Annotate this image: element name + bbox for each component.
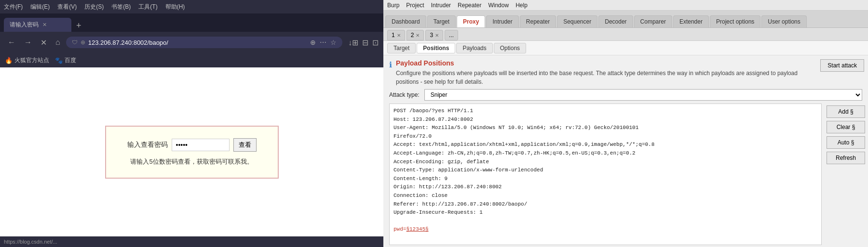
num-tab-1-label: 1 [392,32,395,39]
payload-title: Payload Positions [396,59,820,67]
attack-type-row: Attack type: Sniper Battering ram Pitchf… [383,86,868,104]
request-text[interactable]: POST /baopo/?yes HTTP/1.1 Host: 123.206.… [390,104,821,245]
tab-intruder[interactable]: Intruder [486,15,518,27]
form-label: 输入查看密码 [127,141,168,149]
header-with-btn: ℹ Payload Positions Configure the positi… [383,55,868,86]
back-button[interactable]: ← [5,37,18,48]
num-tab-3[interactable]: 3 ✕ [425,30,443,40]
shield-icon: 🛡 [72,39,78,46]
menu-tools[interactable]: 工具(T) [138,3,157,11]
password-input[interactable] [172,139,230,151]
browser-content: 输入查看密码 查看 请输入5位数密码查看，获取密码可联系我。 [0,67,383,236]
burp-subtabs: Target Positions Payloads Options [383,41,868,55]
attack-type-label: Attack type: [389,91,420,98]
tab-user-options[interactable]: User options [761,15,806,27]
downloads-icon[interactable]: ↓⊞ [348,38,358,47]
burp-menu-burp[interactable]: Burp [387,2,399,9]
check-button[interactable]: 查看 [233,138,257,152]
container-icon[interactable]: ⊡ [372,38,379,47]
more-icon[interactable]: ⋯ [320,39,326,46]
burp-menu-project[interactable]: Project [406,2,424,9]
firefox-icon: 🔥 [5,57,13,64]
burp-menubar: Burp Project Intruder Repeater Window He… [383,0,868,11]
zoom-icon[interactable]: ⊕ [310,39,316,46]
menu-view[interactable]: 查看(V) [57,3,77,11]
page-form-box: 输入查看密码 查看 请输入5位数密码查看，获取密码可联系我。 [105,126,279,179]
browser-panel: 文件(F) 编辑(E) 查看(V) 历史(S) 书签(B) 工具(T) 帮助(H… [0,0,383,247]
subtab-target[interactable]: Target [387,43,416,53]
payload-description: Configure the positions where payloads w… [396,69,820,86]
num-tab-2-label: 2 [411,32,414,39]
forward-button[interactable]: → [21,37,35,48]
address-input[interactable] [88,39,307,46]
info-icon: ℹ [389,60,392,69]
tab-dashboard[interactable]: Dashboard [385,15,426,27]
request-area: POST /baopo/?yes HTTP/1.1 Host: 123.206.… [389,104,822,245]
lock-icon: ⊕ [81,39,85,46]
baidu-icon: 🐾 [55,57,63,64]
burp-menu-help[interactable]: Help [515,2,528,9]
menu-edit[interactable]: 编辑(E) [30,3,50,11]
burp-panel: Burp Project Intruder Repeater Window He… [383,0,868,247]
side-buttons: Add § Clear § Auto § Refresh [824,104,868,247]
menu-help[interactable]: 帮助(H) [165,3,185,11]
menu-file[interactable]: 文件(F) [4,3,23,11]
statusbar-text: https://blog.csdn.net/... [4,239,57,245]
address-actions: ⊕ ⋯ ☆ [310,39,337,46]
tab-proxy[interactable]: Proxy [457,15,485,27]
tab-comparer[interactable]: Comparer [634,15,672,27]
num-tab-1-close[interactable]: ✕ [397,33,401,38]
subtab-payloads[interactable]: Payloads [456,43,492,53]
num-tab-3-close[interactable]: ✕ [435,33,439,38]
burp-menu-repeater[interactable]: Repeater [458,2,481,9]
subtab-positions[interactable]: Positions [417,43,455,53]
synced-tabs-icon[interactable]: ⊟ [362,38,368,47]
browser-menubar: 文件(F) 编辑(E) 查看(V) 历史(S) 书签(B) 工具(T) 帮助(H… [0,0,383,13]
refresh-button[interactable]: Refresh [827,152,865,164]
address-bar[interactable]: 🛡 ⊕ ⊕ ⋯ ☆ [66,37,342,48]
burp-menu-intruder[interactable]: Intruder [431,2,451,9]
bookmark-baidu[interactable]: 🐾 百度 [55,56,76,65]
tab-title: 请输入密码 [10,21,39,29]
tab-project-options[interactable]: Project options [710,15,760,27]
burp-main-tabs: Dashboard Target Proxy Intruder Repeater… [383,11,868,28]
bookmark-firefox[interactable]: 🔥 火狐官方站点 [5,56,49,65]
form-hint: 请输入5位数密码查看，获取密码可联系我。 [130,157,253,166]
payload-content: ℹ Payload Positions Configure the positi… [383,55,868,247]
browser-tab[interactable]: 请输入密码 ✕ [4,18,71,32]
password-form-row: 输入查看密码 查看 [127,138,257,152]
subtab-options[interactable]: Options [494,43,526,53]
burp-menu-window[interactable]: Window [488,2,509,9]
add-section-button[interactable]: Add § [827,105,865,118]
tab-target[interactable]: Target [427,15,456,27]
menu-history[interactable]: 历史(S) [84,3,104,11]
new-tab-button[interactable]: + [73,21,84,31]
attack-type-select[interactable]: Sniper Battering ram Pitchfork Cluster b… [424,89,862,101]
num-tab-3-label: 3 [430,32,433,39]
num-tab-more[interactable]: ... [445,30,458,40]
auto-section-button[interactable]: Auto § [827,136,865,149]
bookmark-firefox-label: 火狐官方站点 [14,56,49,65]
main-body: POST /baopo/?yes HTTP/1.1 Host: 123.206.… [383,104,868,247]
bookmarks-bar: 🔥 火狐官方站点 🐾 百度 [0,53,383,67]
tab-sequencer[interactable]: Sequencer [557,15,597,27]
home-button[interactable]: ⌂ [53,37,63,48]
clear-section-button[interactable]: Clear § [827,121,865,133]
start-attack-button[interactable]: Start attack [820,59,864,72]
num-tab-1[interactable]: 1 ✕ [387,30,405,40]
tab-extender[interactable]: Extender [673,15,709,27]
bookmark-icon[interactable]: ☆ [330,39,337,46]
toolbar-right: ↓⊞ ⊟ ⊡ [345,38,379,47]
close-tab-button[interactable]: ✕ [42,22,47,28]
browser-toolbar: ← → ✕ ⌂ 🛡 ⊕ ⊕ ⋯ ☆ ↓⊞ ⊟ ⊡ [0,32,383,53]
payload-header-text: Payload Positions Configure the position… [396,59,820,86]
num-tab-2-close[interactable]: ✕ [416,33,420,38]
menu-bookmarks[interactable]: 书签(B) [111,3,131,11]
reload-button[interactable]: ✕ [38,37,50,48]
tab-repeater[interactable]: Repeater [520,15,556,27]
browser-statusbar: https://blog.csdn.net/... [0,236,383,247]
bookmark-baidu-label: 百度 [65,56,76,65]
tab-decoder[interactable]: Decoder [598,15,633,27]
browser-tabs-row: 请输入密码 ✕ + [0,13,383,32]
num-tab-2[interactable]: 2 ✕ [407,30,424,40]
